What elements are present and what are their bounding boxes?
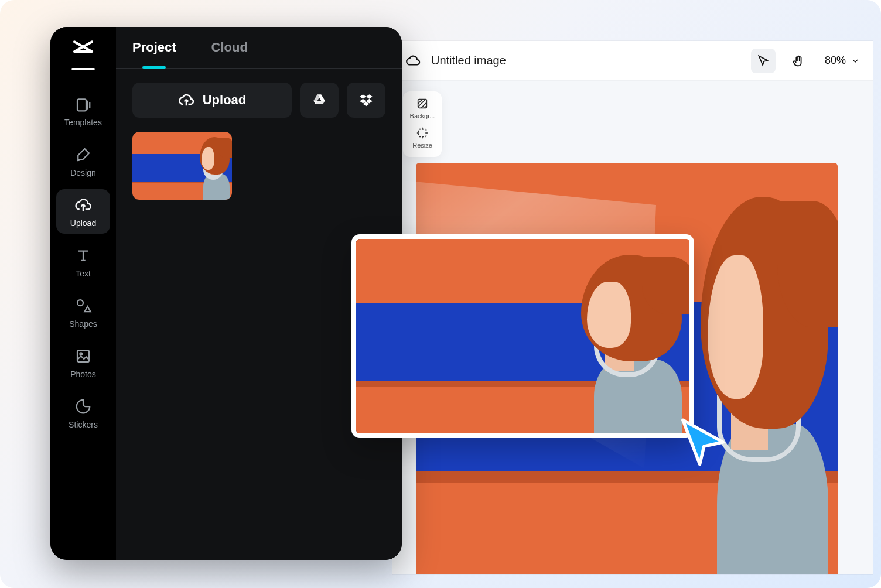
cloud-icon — [405, 53, 421, 69]
nav-design-label: Design — [70, 168, 96, 177]
svg-rect-5 — [77, 350, 89, 362]
google-drive-icon — [312, 93, 327, 108]
nav-photos-label: Photos — [70, 370, 96, 379]
nav-photos[interactable]: Photos — [56, 340, 110, 385]
nav-upload[interactable]: Upload — [56, 189, 110, 234]
google-drive-button[interactable] — [300, 83, 339, 118]
nav-templates-label: Templates — [64, 118, 102, 127]
svg-rect-1 — [419, 129, 426, 137]
tab-project[interactable]: Project — [132, 40, 176, 68]
canvas-topbar: Untitled image 80% — [392, 41, 873, 81]
svg-rect-3 — [77, 99, 86, 111]
panel-tabs: Project Cloud — [116, 27, 402, 69]
shapes-icon — [74, 297, 92, 314]
nav-shapes-label: Shapes — [69, 319, 97, 329]
pointer-tool[interactable] — [751, 49, 776, 73]
uploaded-thumbnails — [116, 129, 402, 202]
document-title[interactable]: Untitled image — [431, 54, 740, 67]
photos-icon — [74, 347, 92, 365]
resize-tool-label: Resize — [412, 142, 432, 149]
nav-upload-label: Upload — [70, 218, 96, 228]
tab-cloud[interactable]: Cloud — [211, 40, 248, 68]
logo-divider — [71, 68, 95, 70]
nav-text[interactable]: Text — [56, 240, 110, 284]
app-logo-icon — [71, 40, 95, 57]
upload-button-label: Upload — [203, 93, 247, 108]
templates-icon — [74, 95, 92, 113]
nav-stickers-label: Stickers — [69, 420, 98, 429]
cloud-upload-icon — [178, 92, 194, 108]
assets-panel: Templates Design Upload Text Shapes Phot… — [50, 27, 402, 560]
design-icon — [74, 146, 92, 163]
nav-design[interactable]: Design — [56, 139, 110, 183]
chevron-down-icon — [851, 56, 860, 66]
hand-tool[interactable] — [786, 49, 811, 73]
dropbox-icon — [358, 93, 374, 108]
nav-shapes[interactable]: Shapes — [56, 290, 110, 334]
svg-point-6 — [80, 353, 82, 355]
svg-point-4 — [77, 300, 83, 306]
stickers-icon — [74, 398, 92, 415]
upload-row: Upload — [116, 69, 402, 129]
canvas-side-tools: Backgr... Resize — [403, 91, 442, 157]
upload-icon — [74, 196, 92, 214]
resize-tool[interactable]: Resize — [403, 127, 442, 149]
background-tool-label: Backgr... — [410, 112, 435, 119]
nav-text-label: Text — [76, 269, 91, 278]
upload-button[interactable]: Upload — [132, 83, 292, 118]
drag-cursor-icon — [677, 416, 729, 469]
uploaded-thumbnail[interactable] — [132, 132, 232, 200]
dropbox-button[interactable] — [347, 83, 385, 118]
drag-preview-image[interactable] — [351, 234, 694, 438]
background-tool[interactable]: Backgr... — [403, 97, 442, 119]
nav-templates[interactable]: Templates — [56, 88, 110, 133]
zoom-value: 80% — [825, 54, 846, 67]
nav-rail: Templates Design Upload Text Shapes Phot… — [50, 27, 116, 560]
text-icon — [74, 247, 92, 264]
zoom-control[interactable]: 80% — [821, 54, 860, 67]
nav-stickers[interactable]: Stickers — [56, 391, 110, 435]
